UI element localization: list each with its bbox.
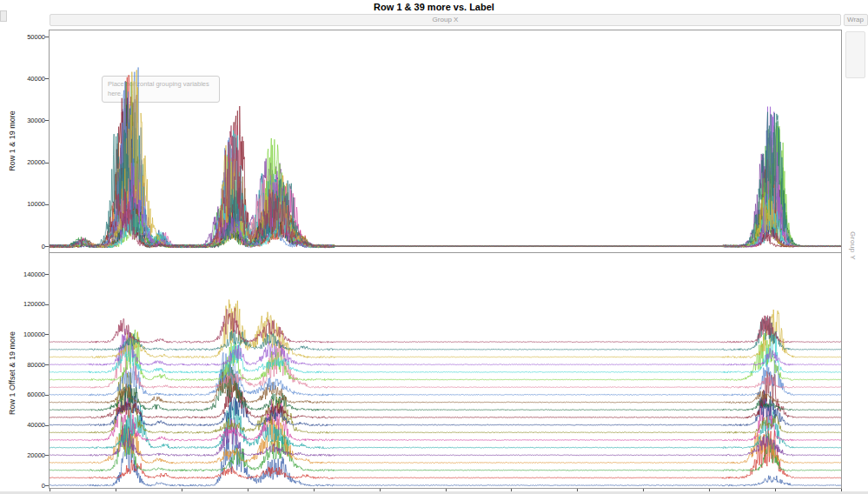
window-edge-fragment: [0, 10, 7, 22]
y-tick-mark: [45, 120, 49, 121]
y-tick-mark: [45, 485, 49, 486]
y-tick-mark: [45, 37, 49, 37]
y-tick-label: 140000: [16, 270, 45, 278]
y-tick-mark: [45, 78, 49, 79]
y-tick-mark: [45, 334, 49, 335]
y-tick-label: 40000: [16, 75, 45, 83]
wrap-label: Wrap: [847, 16, 864, 23]
y-tick-mark: [45, 246, 49, 247]
top-chart-canvas[interactable]: [50, 30, 841, 252]
y-tick-label: 120000: [16, 300, 45, 308]
y-axis-label-bottom[interactable]: Row 1 Offset & 19 more: [8, 308, 17, 438]
y-axis-label-top[interactable]: Row 1 & 19 more: [8, 89, 17, 193]
group-y-dropzone[interactable]: Group Y: [849, 231, 857, 260]
y-tick-label: 30000: [16, 117, 45, 124]
y-tick-mark: [45, 455, 49, 456]
y-tick-label: 50000: [16, 33, 45, 41]
y-tick-label: 0: [16, 482, 45, 490]
chart-title: Row 1 & 39 more vs. Label: [0, 2, 868, 12]
y-tick-mark: [45, 364, 49, 365]
y-tick-mark: [45, 163, 49, 164]
y-tick-label: 20000: [16, 158, 45, 166]
bottom-chart-canvas[interactable]: [50, 253, 841, 488]
graph-builder-window: Row 1 & 39 more vs. Label Group X Wrap R…: [0, 0, 868, 494]
y-tick-label: 40000: [16, 421, 45, 429]
y-tick-mark: [45, 274, 49, 275]
y-tick-label: 0: [16, 243, 45, 250]
y-tick-label: 10000: [16, 200, 45, 208]
wrap-dropzone[interactable]: Wrap: [844, 14, 868, 26]
wrap-dropzone-body[interactable]: [845, 31, 865, 78]
y-tick-mark: [45, 204, 49, 205]
group-x-dropzone[interactable]: Group X: [50, 14, 841, 26]
y-tick-mark: [45, 425, 49, 426]
group-x-label: Group X: [433, 16, 459, 23]
bottom-chart-panel[interactable]: [49, 252, 842, 489]
y-tick-mark: [45, 395, 49, 396]
y-tick-label: 80000: [16, 361, 45, 369]
y-tick-label: 60000: [16, 391, 45, 398]
top-chart-panel[interactable]: [49, 30, 842, 253]
y-tick-label: 20000: [16, 451, 45, 459]
y-tick-mark: [45, 304, 49, 305]
y-tick-label: 100000: [16, 330, 45, 338]
